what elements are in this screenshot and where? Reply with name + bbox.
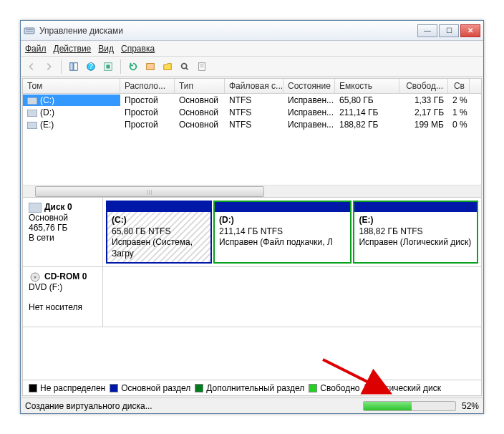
partition-d[interactable]: (D:) 211,14 ГБ NTFS Исправен (Файл подка… — [213, 201, 352, 264]
toolbar-separator — [61, 59, 62, 74]
window-title: Управление дисками — [39, 26, 417, 36]
col-capacity[interactable]: Емкость — [335, 79, 399, 93]
folder-button[interactable] — [160, 59, 175, 74]
partition-e[interactable]: (E:) 188,82 ГБ NTFS Исправен (Логический… — [353, 201, 478, 264]
disk-management-window: Управление дисками — ☐ ✕ Файл Действие В… — [20, 20, 484, 414]
legend-logical: Логический диск — [376, 383, 442, 393]
volume-name: (E:) — [40, 120, 54, 130]
disk-name: Диск 0 — [44, 202, 72, 212]
titlebar[interactable]: Управление дисками — ☐ ✕ — [21, 21, 483, 41]
settings-button[interactable] — [142, 59, 158, 74]
minimize-button[interactable]: — — [417, 24, 437, 37]
status-text: Создание виртуального диска... — [25, 401, 152, 411]
partition-c[interactable]: (C:) 65,80 ГБ NTFS Исправен (Система, За… — [106, 201, 212, 264]
swatch-unalloc — [29, 384, 37, 392]
disk-row[interactable]: Диск 0 Основной 465,76 ГБ В сети (C:) 65… — [23, 198, 481, 267]
partition-header — [354, 202, 477, 212]
volume-icon — [27, 97, 37, 104]
col-fs[interactable]: Файловая с... — [225, 79, 284, 93]
menu-view[interactable]: Вид — [98, 44, 114, 54]
svg-point-9 — [182, 63, 187, 68]
scrollbar-thumb[interactable] — [35, 186, 264, 197]
svg-point-18 — [34, 276, 37, 279]
volume-name: (D:) — [40, 107, 54, 117]
col-status[interactable]: Состояние — [284, 79, 335, 93]
cdrom-state: Нет носителя — [29, 302, 82, 312]
col-free[interactable]: Свобод... — [399, 79, 448, 93]
partition-header — [107, 202, 210, 212]
svg-rect-12 — [200, 67, 203, 67]
partition-label: (C:) — [112, 215, 127, 225]
close-button[interactable]: ✕ — [460, 24, 480, 37]
cdrom-drive: DVD (F:) — [29, 282, 62, 292]
partition-status: Исправен (Логический диск) — [359, 237, 471, 247]
partition-label: (E:) — [359, 215, 373, 225]
partition-body: (D:) 211,14 ГБ NTFS Исправен (Файл подка… — [215, 212, 350, 262]
find-button[interactable] — [177, 59, 193, 74]
horizontal-scrollbar[interactable] — [23, 185, 481, 197]
menu-action[interactable]: Действие — [54, 44, 92, 54]
refresh-button[interactable] — [100, 59, 116, 74]
partition-body: (E:) 188,82 ГБ NTFS Исправен (Логический… — [354, 212, 477, 262]
back-button[interactable] — [24, 59, 39, 74]
forward-button[interactable] — [41, 59, 57, 74]
volume-icon — [27, 121, 37, 128]
status-bar: Создание виртуального диска... 52% — [21, 397, 483, 413]
window-controls: — ☐ ✕ — [417, 24, 480, 37]
volume-row[interactable]: (E:) Простой Основной NTFS Исправен... 1… — [23, 118, 481, 130]
volume-row[interactable]: (C:) Простой Основной NTFS Исправен... 6… — [23, 94, 481, 106]
disk-graphic-view: Диск 0 Основной 465,76 ГБ В сети (C:) 65… — [23, 198, 481, 380]
swatch-free — [309, 384, 317, 392]
menu-bar: Файл Действие Вид Справка — [21, 41, 483, 57]
menu-file[interactable]: Файл — [25, 44, 47, 54]
volume-row[interactable]: (D:) Простой Основной NTFS Исправен... 2… — [23, 106, 481, 118]
progress-bar — [363, 401, 456, 411]
partition-status: Исправен (Система, Загру — [112, 237, 193, 259]
svg-rect-16 — [29, 203, 42, 213]
app-icon — [24, 25, 35, 37]
col-layout[interactable]: Располо... — [120, 79, 175, 93]
volume-list-header[interactable]: Том Располо... Тип Файловая с... Состоян… — [23, 79, 481, 94]
help-button[interactable]: ? — [83, 59, 99, 74]
volume-list: Том Располо... Тип Файловая с... Состоян… — [23, 79, 481, 198]
legend: Не распределен Основной раздел Дополните… — [23, 380, 481, 395]
maximize-button[interactable]: ☐ — [439, 24, 459, 37]
svg-rect-11 — [200, 64, 203, 65]
disk-size: 465,76 ГБ — [29, 223, 67, 233]
progress-label: 52% — [462, 401, 479, 411]
col-pct[interactable]: Св — [448, 79, 470, 93]
partition-size: 188,82 ГБ NTFS — [359, 226, 422, 236]
disk-header[interactable]: Диск 0 Основной 465,76 ГБ В сети — [23, 198, 103, 266]
svg-rect-2 — [26, 31, 33, 32]
swatch-primary — [110, 384, 118, 392]
legend-unalloc: Не распределен — [40, 383, 105, 393]
svg-rect-1 — [26, 29, 33, 30]
cdrom-header[interactable]: CD-ROM 0 DVD (F:) Нет носителя — [23, 267, 103, 327]
show-hide-tree-button[interactable] — [66, 59, 82, 74]
disk-type: Основной — [29, 213, 68, 223]
partition-body: (C:) 65,80 ГБ NTFS Исправен (Система, За… — [107, 212, 210, 262]
partition-status: Исправен (Файл подкачки, Л — [219, 237, 333, 247]
col-volume[interactable]: Том — [23, 79, 120, 93]
content-area: Том Располо... Тип Файловая с... Состоян… — [22, 78, 482, 396]
menu-help[interactable]: Справка — [121, 44, 155, 54]
disk-row[interactable]: CD-ROM 0 DVD (F:) Нет носителя — [23, 267, 481, 327]
swatch-extended — [195, 384, 203, 392]
svg-rect-14 — [27, 110, 37, 117]
disk-state: В сети — [29, 233, 54, 243]
legend-free: Свободно — [320, 383, 359, 393]
svg-rect-13 — [27, 97, 37, 105]
svg-rect-4 — [74, 62, 77, 70]
disk-icon — [29, 203, 42, 213]
partition-size: 211,14 ГБ NTFS — [219, 226, 283, 236]
volume-name: (C:) — [40, 95, 54, 105]
col-type[interactable]: Тип — [175, 79, 225, 93]
props-button[interactable] — [194, 59, 210, 74]
partition-area: (C:) 65,80 ГБ NTFS Исправен (Система, За… — [103, 198, 481, 266]
svg-rect-3 — [70, 62, 73, 70]
toolbar: ? — [21, 57, 483, 77]
svg-text:?: ? — [89, 62, 93, 70]
swatch-logical — [364, 384, 373, 392]
refresh2-button[interactable] — [125, 59, 141, 74]
partition-size: 65,80 ГБ NTFS — [112, 226, 170, 236]
